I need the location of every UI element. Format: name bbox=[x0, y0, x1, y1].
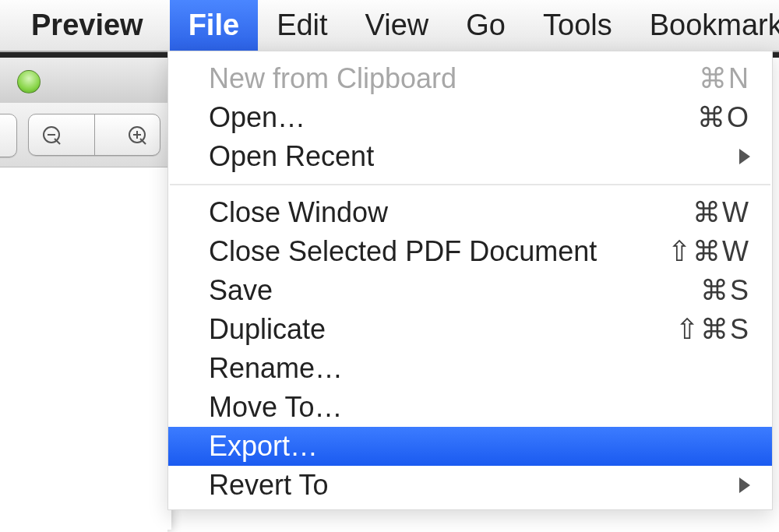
menubar-item-bookmarks[interactable]: Bookmarks bbox=[631, 0, 779, 51]
menu-item-move-to[interactable]: Move To… bbox=[168, 388, 772, 427]
menu-item-shortcut: ⌘O bbox=[697, 101, 750, 134]
menu-separator bbox=[170, 184, 770, 185]
menu-item-label: Open… bbox=[209, 101, 697, 134]
menu-item-close-selected-pdf[interactable]: Close Selected PDF Document ⇧⌘W bbox=[168, 232, 772, 271]
menu-item-duplicate[interactable]: Duplicate ⇧⌘S bbox=[168, 310, 772, 349]
menu-item-label: Open Recent bbox=[209, 140, 733, 173]
menubar: Preview File Edit View Go Tools Bookmark… bbox=[0, 0, 779, 52]
menubar-item-view[interactable]: View bbox=[347, 0, 448, 51]
menu-item-label: Close Window bbox=[209, 196, 693, 229]
zoom-in-icon[interactable] bbox=[129, 126, 146, 143]
menu-item-label: Move To… bbox=[209, 391, 750, 424]
menubar-app-name[interactable]: Preview bbox=[0, 0, 170, 51]
menu-item-rename[interactable]: Rename… bbox=[168, 349, 772, 388]
menu-item-shortcut: ⌘N bbox=[699, 62, 750, 95]
document-area bbox=[0, 167, 167, 532]
toolbar-segment-nav[interactable] bbox=[0, 114, 17, 157]
menu-item-label: Revert To bbox=[209, 469, 733, 502]
zoom-traffic-light-icon[interactable] bbox=[17, 70, 41, 93]
menu-item-label: Rename… bbox=[209, 352, 750, 385]
menu-item-label: Save bbox=[209, 274, 700, 307]
menu-item-label: Duplicate bbox=[209, 313, 675, 346]
menu-item-label: Export… bbox=[209, 430, 750, 463]
submenu-arrow-icon bbox=[739, 149, 750, 164]
segment-divider bbox=[94, 115, 95, 155]
menu-item-label: New from Clipboard bbox=[209, 62, 699, 95]
menu-item-label: Close Selected PDF Document bbox=[209, 235, 668, 268]
menu-item-shortcut: ⇧⌘S bbox=[675, 313, 750, 346]
zoom-out-icon[interactable] bbox=[43, 126, 60, 143]
menu-item-close-window[interactable]: Close Window ⌘W bbox=[168, 193, 772, 232]
menu-item-open[interactable]: Open… ⌘O bbox=[168, 98, 772, 137]
menu-item-shortcut: ⇧⌘W bbox=[668, 235, 750, 268]
menubar-item-go[interactable]: Go bbox=[447, 0, 524, 51]
file-menu: New from Clipboard ⌘N Open… ⌘O Open Rece… bbox=[167, 51, 773, 510]
menu-item-new-from-clipboard: New from Clipboard ⌘N bbox=[168, 59, 772, 98]
menubar-item-tools[interactable]: Tools bbox=[524, 0, 631, 51]
menu-item-open-recent[interactable]: Open Recent bbox=[168, 137, 772, 176]
window-titlebar bbox=[0, 58, 167, 104]
menu-item-shortcut: ⌘S bbox=[700, 274, 750, 307]
menu-item-shortcut: ⌘W bbox=[693, 196, 750, 229]
menu-item-save[interactable]: Save ⌘S bbox=[168, 271, 772, 310]
window-toolbar bbox=[0, 103, 167, 167]
menu-item-revert-to[interactable]: Revert To bbox=[168, 466, 772, 505]
submenu-arrow-icon bbox=[739, 477, 750, 493]
menubar-item-edit[interactable]: Edit bbox=[258, 0, 346, 51]
toolbar-segment-zoom bbox=[28, 114, 160, 156]
menu-item-export[interactable]: Export… bbox=[168, 427, 772, 466]
menubar-item-file[interactable]: File bbox=[170, 0, 258, 51]
